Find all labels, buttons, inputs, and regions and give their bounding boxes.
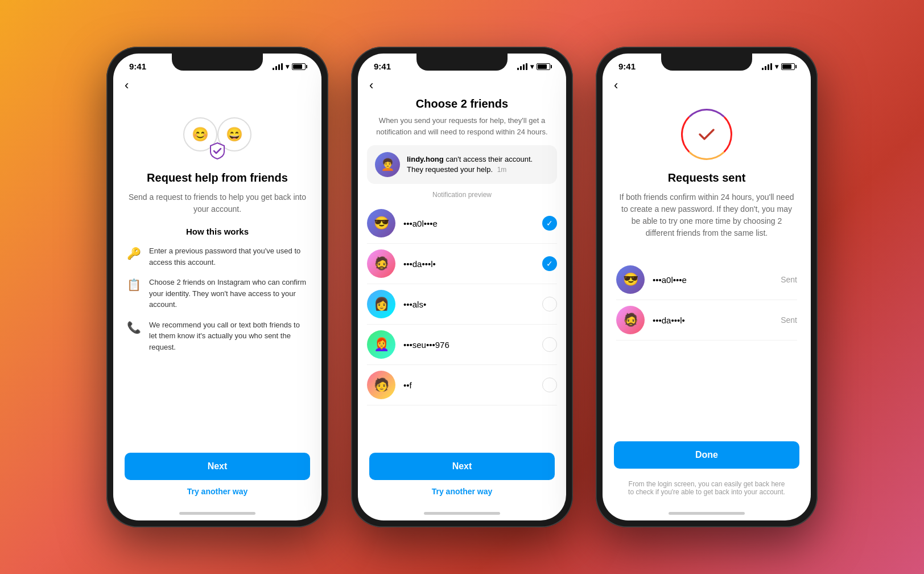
shield-badge xyxy=(208,142,226,160)
friend-name-2: •••da•••l• xyxy=(403,259,534,269)
step-2-text: Choose 2 friends on Instagram who can co… xyxy=(149,277,308,310)
friend-avatar-3: 👩 xyxy=(367,290,395,318)
back-button-2[interactable]: ‹ xyxy=(358,73,385,97)
friend-item-4[interactable]: 👩‍🦰 •••seu•••976 xyxy=(367,325,557,365)
success-checkmark xyxy=(681,109,732,160)
request-title: Request help from friends xyxy=(147,171,288,184)
sent-status-2: Sent xyxy=(781,315,797,325)
phone-3: 9:41 ▾ ‹ xyxy=(596,47,818,527)
back-button-1[interactable]: ‹ xyxy=(113,73,140,97)
status-icons-2: ▾ xyxy=(517,63,550,71)
signal-icon-3 xyxy=(762,63,772,70)
requests-sent-title: Requests sent xyxy=(668,171,746,184)
home-indicator-3 xyxy=(669,512,745,515)
phone-3-content: ‹ Requests sent If both friends confirm … xyxy=(603,73,811,520)
phone-3-screen: 9:41 ▾ ‹ xyxy=(603,54,811,520)
try-another-2[interactable]: Try another way xyxy=(432,487,493,496)
sent-friend-1: 😎 •••a0l•••e Sent xyxy=(616,260,797,300)
phone-1-screen: 9:41 ▾ ‹ 😊 😄 xyxy=(113,54,321,520)
signal-icon-2 xyxy=(517,63,527,70)
back-button-3[interactable]: ‹ xyxy=(603,73,629,97)
phone-2-bottom: Next Try another way xyxy=(358,444,566,507)
friend-checkbox-1[interactable]: ✓ xyxy=(542,216,557,231)
status-icons-3: ▾ xyxy=(762,63,795,71)
friend-checkbox-4[interactable] xyxy=(542,337,557,352)
phone-3-bottom: Done From the login screen, you can easi… xyxy=(603,432,811,507)
phone-1: 9:41 ▾ ‹ 😊 😄 xyxy=(106,47,328,527)
notch-3 xyxy=(661,54,752,71)
status-icons-1: ▾ xyxy=(273,63,306,71)
step-3: 📞 We recommend you call or text both fri… xyxy=(127,319,308,353)
phone-1-content: ‹ 😊 😄 Request help from friends Send xyxy=(113,73,321,520)
wifi-icon-1: ▾ xyxy=(286,63,289,71)
phone-icon: 📞 xyxy=(127,321,141,334)
step-2: 📋 Choose 2 friends on Instagram who can … xyxy=(127,277,308,310)
phone-2-main: Choose 2 friends When you send your requ… xyxy=(358,97,566,444)
next-button-1[interactable]: Next xyxy=(125,453,310,480)
notification-preview: 🧑‍🦱 lindy.hong can't access their accoun… xyxy=(367,145,557,184)
status-time-1: 9:41 xyxy=(129,62,146,71)
sent-friend-avatar-2: 🧔 xyxy=(616,306,645,334)
phone-1-bottom: Next Try another way xyxy=(113,444,321,507)
request-subtitle: Send a request to friends to help you ge… xyxy=(127,191,308,215)
sent-friends-list: 😎 •••a0l•••e Sent 🧔 •••da•••l• Sent xyxy=(616,260,797,341)
notch-2 xyxy=(416,54,508,71)
steps-list: 🔑 Enter a previous password that you've … xyxy=(127,245,308,352)
wifi-icon-3: ▾ xyxy=(775,63,778,71)
sent-friend-name-2: •••da•••l• xyxy=(653,315,773,325)
friends-illustration: 😊 😄 xyxy=(183,109,251,160)
friend-checkbox-3[interactable] xyxy=(542,297,557,311)
requests-sent-subtitle: If both friends confirm within 24 hours,… xyxy=(616,191,797,239)
friends-list[interactable]: 😎 •••a0l•••e ✓ 🧔 •••da•••l• ✓ 👩 •••als• xyxy=(358,203,566,444)
battery-icon-1 xyxy=(292,63,306,70)
choose-subtitle: When you send your requests for help, th… xyxy=(358,115,566,137)
step-1: 🔑 Enter a previous password that you've … xyxy=(127,245,308,268)
home-indicator-2 xyxy=(424,512,500,515)
notification-label: Notification preview xyxy=(358,191,566,199)
friend-name-1: •••a0l•••e xyxy=(403,219,534,228)
phone-1-main: 😊 😄 Request help from friends Send a req… xyxy=(113,97,321,444)
phone-2-screen: 9:41 ▾ ‹ Choose 2 friends When you send … xyxy=(358,54,566,520)
battery-icon-2 xyxy=(537,63,550,70)
friend-item-1[interactable]: 😎 •••a0l•••e ✓ xyxy=(367,203,557,244)
status-time-2: 9:41 xyxy=(374,62,391,71)
phone-2: 9:41 ▾ ‹ Choose 2 friends When you send … xyxy=(351,47,573,527)
list-icon: 📋 xyxy=(127,278,141,292)
notch-1 xyxy=(172,54,263,71)
done-button[interactable]: Done xyxy=(614,441,799,469)
try-another-1[interactable]: Try another way xyxy=(187,487,248,496)
footer-note: From the login screen, you can easily ge… xyxy=(614,475,799,496)
sent-friend-2: 🧔 •••da•••l• Sent xyxy=(616,300,797,341)
sent-status-1: Sent xyxy=(781,275,797,284)
step-3-text: We recommend you call or text both frien… xyxy=(149,319,308,353)
friend-avatar-2: 🧔 xyxy=(367,249,395,278)
step-1-text: Enter a previous password that you've us… xyxy=(149,245,308,268)
notif-text: lindy.hong can't access their account. T… xyxy=(407,154,549,175)
phone-2-content: ‹ Choose 2 friends When you send your re… xyxy=(358,73,566,520)
friend-checkbox-2[interactable]: ✓ xyxy=(542,256,557,271)
friend-name-3: •••als• xyxy=(403,300,534,309)
key-icon: 🔑 xyxy=(127,247,141,260)
friend-checkbox-5[interactable] xyxy=(542,378,557,392)
status-time-3: 9:41 xyxy=(618,62,636,71)
friend-avatar-4: 👩‍🦰 xyxy=(367,330,395,359)
next-button-2[interactable]: Next xyxy=(369,453,555,480)
sent-friend-name-1: •••a0l•••e xyxy=(653,275,773,285)
friend-item-3[interactable]: 👩 •••als• xyxy=(367,284,557,325)
signal-icon-1 xyxy=(273,63,283,70)
friend-avatar-1: 😎 xyxy=(367,209,395,237)
friend-item-2[interactable]: 🧔 •••da•••l• ✓ xyxy=(367,244,557,284)
wifi-icon-2: ▾ xyxy=(530,63,534,71)
phone-3-main: Requests sent If both friends confirm wi… xyxy=(603,97,811,432)
how-works-heading: How this works xyxy=(186,227,249,236)
friend-item-5[interactable]: 🧑 ••f xyxy=(367,365,557,405)
battery-icon-3 xyxy=(781,63,795,70)
friend-name-5: ••f xyxy=(403,380,534,390)
notif-username: lindy.hong xyxy=(407,155,444,163)
friend-name-4: •••seu•••976 xyxy=(403,340,534,350)
sent-friend-avatar-1: 😎 xyxy=(616,265,645,294)
choose-title: Choose 2 friends xyxy=(358,97,566,110)
home-indicator-1 xyxy=(179,512,255,515)
notif-avatar: 🧑‍🦱 xyxy=(375,152,400,177)
friend-avatar-5: 🧑 xyxy=(367,371,395,399)
